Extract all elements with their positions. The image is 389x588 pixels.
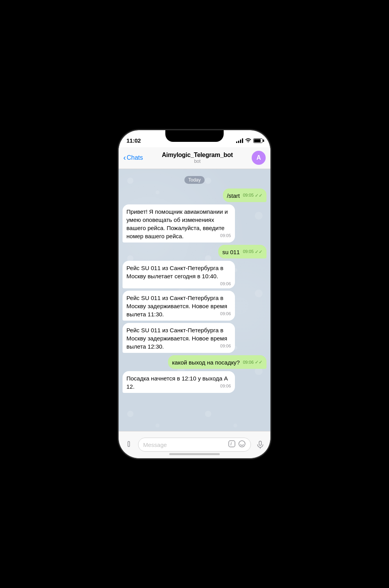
message-time-2: 09:05 xyxy=(220,233,231,239)
notch xyxy=(165,130,224,142)
double-check-icon-7: ✓✓ xyxy=(255,359,263,366)
signal-bar-1 xyxy=(236,141,237,143)
wifi-icon xyxy=(245,138,251,143)
double-check-icon-1: ✓✓ xyxy=(255,192,263,199)
message-input-field[interactable]: Message / xyxy=(138,438,251,452)
message-bubble-7: какой выход на посадку? 09:06 ✓✓ xyxy=(168,355,266,369)
slash-command-icon[interactable]: / xyxy=(228,440,236,450)
message-row: su 011 09:05 ✓✓ xyxy=(123,245,266,258)
message-meta-4: 09:06 xyxy=(220,281,231,287)
message-meta-3: 09:05 ✓✓ xyxy=(243,249,263,255)
message-bubble-8: Посадка начнется в 12:10 у выхода А 12. … xyxy=(123,371,235,393)
message-placeholder: Message xyxy=(143,441,226,448)
message-text-5: Рейс SU 011 из Санкт-Петербурга в Москву… xyxy=(126,295,227,318)
svg-rect-3 xyxy=(259,441,261,445)
svg-point-2 xyxy=(239,441,245,447)
message-time-6: 09:06 xyxy=(220,343,231,349)
message-bubble-1: /start 09:05 ✓✓ xyxy=(223,188,266,202)
message-time-8: 09:06 xyxy=(220,383,231,389)
chat-area: Today /start 09:05 ✓✓ Привет! Я п xyxy=(119,169,270,431)
date-label: Today xyxy=(184,176,205,184)
message-row: какой выход на посадку? 09:06 ✓✓ xyxy=(123,355,266,369)
message-row: Рейс SU 011 из Санкт-Петербурга в Москву… xyxy=(123,261,266,288)
message-text-1: /start xyxy=(227,192,240,199)
nav-title-section: Aimylogic_Telegram_bot bot xyxy=(146,152,249,164)
back-label[interactable]: Chats xyxy=(127,154,143,161)
chevron-left-icon: ‹ xyxy=(123,153,126,162)
message-time-5: 09:06 xyxy=(220,311,231,317)
phone-device: 11:02 xyxy=(119,130,270,458)
message-meta-2: 09:05 xyxy=(220,233,231,239)
message-row: Рейс SU 011 из Санкт-Петербурга в Москву… xyxy=(123,291,266,321)
message-row: Посадка начнется в 12:10 у выхода А 12. … xyxy=(123,371,266,393)
message-meta-1: 09:05 ✓✓ xyxy=(243,192,263,199)
message-text-7: какой выход на посадку? xyxy=(172,359,240,366)
home-indicator xyxy=(169,453,220,455)
message-meta-6: 09:06 xyxy=(220,343,231,349)
signal-bar-4 xyxy=(242,138,243,143)
message-row: Привет! Я помощник авиакомпании и умею о… xyxy=(123,204,266,243)
avatar[interactable]: A xyxy=(252,151,266,165)
signal-bar-2 xyxy=(238,141,239,143)
attach-button[interactable] xyxy=(123,438,135,451)
message-bubble-2: Привет! Я помощник авиакомпании и умею о… xyxy=(123,204,235,243)
sticker-icon[interactable] xyxy=(238,440,246,450)
double-check-icon-3: ✓✓ xyxy=(255,249,263,255)
message-text-6: Рейс SU 011 из Санкт-Петербурга в Москву… xyxy=(126,327,227,350)
message-time-3: 09:05 xyxy=(243,249,254,255)
message-text-8: Посадка начнется в 12:10 у выхода А 12. xyxy=(126,375,228,390)
message-text-3: su 011 xyxy=(222,249,240,255)
signal-bar-3 xyxy=(240,140,241,143)
svg-rect-0 xyxy=(229,441,235,447)
message-bubble-4: Рейс SU 011 из Санкт-Петербурга в Москву… xyxy=(123,261,235,288)
date-separator: Today xyxy=(123,176,266,184)
message-time-4: 09:06 xyxy=(220,281,231,287)
messages-list: Today /start 09:05 ✓✓ Привет! Я п xyxy=(119,169,270,397)
message-text-4: Рейс SU 011 из Санкт-Петербурга в Москву… xyxy=(126,265,223,279)
message-meta-8: 09:06 xyxy=(220,383,231,389)
message-meta-5: 09:06 xyxy=(220,311,231,317)
message-row: /start 09:05 ✓✓ xyxy=(123,188,266,202)
message-time-7: 09:06 xyxy=(243,359,254,365)
message-time-1: 09:05 xyxy=(243,192,254,198)
signal-bars-icon xyxy=(236,138,243,143)
status-time: 11:02 xyxy=(126,137,141,144)
message-bubble-6: Рейс SU 011 из Санкт-Петербурга в Москву… xyxy=(123,323,235,353)
chat-subtitle: bot xyxy=(194,159,201,164)
message-row: Рейс SU 011 из Санкт-Петербурга в Москву… xyxy=(123,323,266,353)
status-icons xyxy=(236,138,263,143)
phone-screen: 11:02 xyxy=(119,130,270,458)
svg-text:/: / xyxy=(231,441,232,446)
message-bubble-3: su 011 09:05 ✓✓ xyxy=(218,245,266,258)
chat-title: Aimylogic_Telegram_bot xyxy=(162,152,233,159)
navigation-bar: ‹ Chats Aimylogic_Telegram_bot bot A xyxy=(119,147,270,169)
message-bubble-5: Рейс SU 011 из Санкт-Петербурга в Москву… xyxy=(123,291,235,321)
battery-fill xyxy=(254,139,261,142)
back-button[interactable]: ‹ Chats xyxy=(123,154,143,162)
message-text-2: Привет! Я помощник авиакомпании и умею о… xyxy=(126,208,228,239)
mic-button[interactable] xyxy=(254,438,266,451)
message-meta-7: 09:06 ✓✓ xyxy=(243,359,263,366)
battery-icon xyxy=(253,138,263,143)
